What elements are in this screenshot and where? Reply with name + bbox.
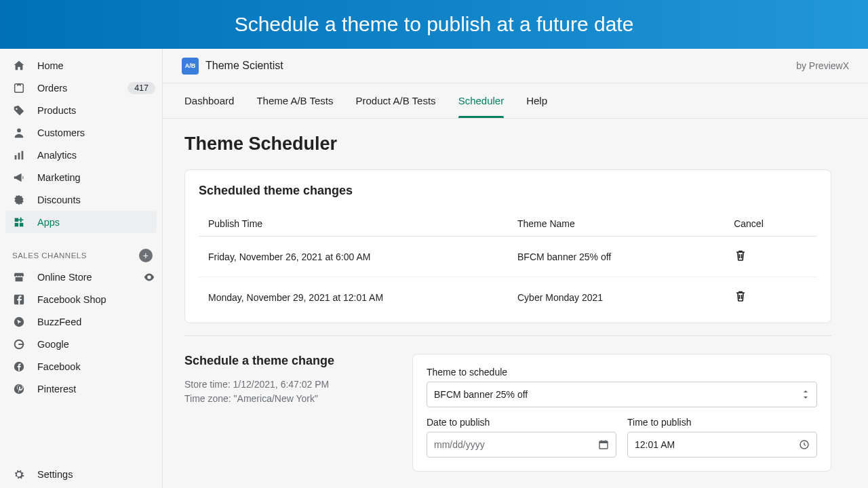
sidebar-item-marketing[interactable]: Marketing xyxy=(0,166,162,188)
sidebar-item-settings[interactable]: Settings xyxy=(0,463,162,485)
promo-banner: Schedule a theme to publish at a future … xyxy=(0,0,868,49)
sidebar-item-facebook-shop[interactable]: Facebook Shop xyxy=(0,288,162,310)
sidebar-item-label: Settings xyxy=(37,469,155,480)
theme-select-label: Theme to schedule xyxy=(427,367,817,378)
date-placeholder: mm/dd/yyyy xyxy=(434,439,485,450)
sidebar-item-label: Apps xyxy=(37,217,150,228)
sidebar-item-facebook[interactable]: Facebook xyxy=(0,355,162,378)
table-row: Monday, November 29, 2021 at 12:01 AM Cy… xyxy=(199,277,817,318)
buzzfeed-icon xyxy=(12,315,26,329)
cell-theme-name: BFCM banner 25% off xyxy=(508,237,724,277)
tab-theme-ab-tests[interactable]: Theme A/B Tests xyxy=(256,83,333,118)
scheduled-changes-heading: Scheduled theme changes xyxy=(199,184,817,198)
sidebar-item-label: Home xyxy=(37,60,155,71)
sidebar-item-apps[interactable]: Apps xyxy=(5,211,157,233)
col-theme-name: Theme Name xyxy=(508,211,724,237)
schedule-form-heading: Schedule a theme change xyxy=(184,354,395,368)
app-bar: A/B Theme Scientist by PreviewX xyxy=(163,49,868,83)
section-divider xyxy=(184,336,831,336)
scheduled-changes-card: Scheduled theme changes Publish Time The… xyxy=(184,169,831,323)
app-title: Theme Scientist xyxy=(205,60,283,72)
delete-button[interactable] xyxy=(734,249,747,262)
scheduled-table: Publish Time Theme Name Cancel Friday, N… xyxy=(199,211,817,317)
sidebar-item-label: Products xyxy=(37,105,155,116)
sidebar-item-pinterest[interactable]: Pinterest xyxy=(0,378,162,400)
svg-point-1 xyxy=(17,128,21,132)
tab-product-ab-tests[interactable]: Product A/B Tests xyxy=(356,83,436,118)
orders-badge: 417 xyxy=(127,82,155,94)
table-row: Friday, November 26, 2021 at 6:00 AM BFC… xyxy=(199,237,817,277)
store-icon xyxy=(12,270,26,284)
apps-icon xyxy=(12,216,26,229)
sidebar-item-label: Pinterest xyxy=(37,384,155,394)
sidebar-item-customers[interactable]: Customers xyxy=(0,121,162,144)
sidebar: Home Orders 417 Products Customers Analy… xyxy=(0,49,163,488)
svg-rect-2 xyxy=(15,155,17,159)
cell-publish-time: Monday, November 29, 2021 at 12:01 AM xyxy=(199,277,508,318)
marketing-icon xyxy=(12,171,26,184)
sidebar-item-label: Discounts xyxy=(37,195,155,205)
cell-publish-time: Friday, November 26, 2021 at 6:00 AM xyxy=(199,237,508,277)
discounts-icon xyxy=(12,193,26,207)
cell-theme-name: Cyber Monday 2021 xyxy=(508,277,724,318)
date-input[interactable]: mm/dd/yyyy xyxy=(427,432,616,458)
tab-bar: Dashboard Theme A/B Tests Product A/B Te… xyxy=(163,83,868,119)
sidebar-item-online-store[interactable]: Online Store xyxy=(0,266,162,288)
theme-select-value: BFCM banner 25% off xyxy=(434,389,528,400)
customers-icon xyxy=(12,126,26,140)
delete-button[interactable] xyxy=(734,289,747,303)
sidebar-item-label: Facebook Shop xyxy=(37,294,155,305)
sidebar-item-discounts[interactable]: Discounts xyxy=(0,188,162,211)
facebook-circle-icon xyxy=(12,360,26,373)
select-chevron-icon xyxy=(802,389,810,400)
schedule-form-card: Theme to schedule BFCM banner 25% off Da… xyxy=(412,354,831,472)
svg-rect-3 xyxy=(18,152,20,159)
products-icon xyxy=(12,104,26,117)
sidebar-item-analytics[interactable]: Analytics xyxy=(0,144,162,166)
time-input[interactable]: 12:01 AM xyxy=(627,432,817,458)
page-title: Theme Scheduler xyxy=(184,134,831,155)
time-zone-text: Time zone: "America/New York" xyxy=(184,392,395,406)
gear-icon xyxy=(12,468,26,481)
sidebar-item-label: Analytics xyxy=(37,150,155,161)
banner-headline: Schedule a theme to publish at a future … xyxy=(235,13,634,36)
tab-help[interactable]: Help xyxy=(526,83,547,118)
clock-icon xyxy=(799,439,810,450)
svg-rect-7 xyxy=(15,222,18,226)
sidebar-item-label: Orders xyxy=(37,83,127,94)
sidebar-item-buzzfeed[interactable]: BuzzFeed xyxy=(0,310,162,333)
orders-icon xyxy=(12,81,26,95)
time-value: 12:01 AM xyxy=(635,439,675,450)
sidebar-item-label: Marketing xyxy=(37,172,155,183)
facebook-square-icon xyxy=(12,293,26,306)
calendar-icon xyxy=(598,439,609,450)
tab-dashboard[interactable]: Dashboard xyxy=(184,83,234,118)
theme-select[interactable]: BFCM banner 25% off xyxy=(427,382,817,407)
trash-icon xyxy=(734,289,747,303)
svg-rect-0 xyxy=(15,83,24,92)
eye-icon[interactable] xyxy=(143,271,155,283)
sidebar-item-label: BuzzFeed xyxy=(37,317,155,327)
svg-rect-6 xyxy=(20,222,23,226)
pinterest-icon xyxy=(12,382,26,396)
tab-scheduler[interactable]: Scheduler xyxy=(458,83,505,118)
sidebar-item-products[interactable]: Products xyxy=(0,99,162,121)
sidebar-item-home[interactable]: Home xyxy=(0,54,162,77)
sales-channels-header: SALES CHANNELS + xyxy=(0,245,162,266)
svg-rect-4 xyxy=(22,150,24,159)
sidebar-item-google[interactable]: Google xyxy=(0,333,162,355)
app-byline: by PreviewX xyxy=(796,60,849,71)
trash-icon xyxy=(734,249,747,262)
sidebar-item-label: Facebook xyxy=(37,361,155,372)
sidebar-item-label: Google xyxy=(37,339,155,350)
google-icon xyxy=(12,338,26,351)
analytics-icon xyxy=(12,148,26,162)
add-channel-icon[interactable]: + xyxy=(139,249,153,262)
store-time-text: Store time: 1/12/2021, 6:47:02 PM xyxy=(184,378,395,392)
svg-rect-14 xyxy=(599,441,608,443)
date-input-label: Date to publish xyxy=(427,417,616,428)
svg-rect-5 xyxy=(15,218,18,221)
col-cancel: Cancel xyxy=(724,211,817,237)
time-input-label: Time to publish xyxy=(627,417,817,428)
sidebar-item-orders[interactable]: Orders 417 xyxy=(0,77,162,99)
